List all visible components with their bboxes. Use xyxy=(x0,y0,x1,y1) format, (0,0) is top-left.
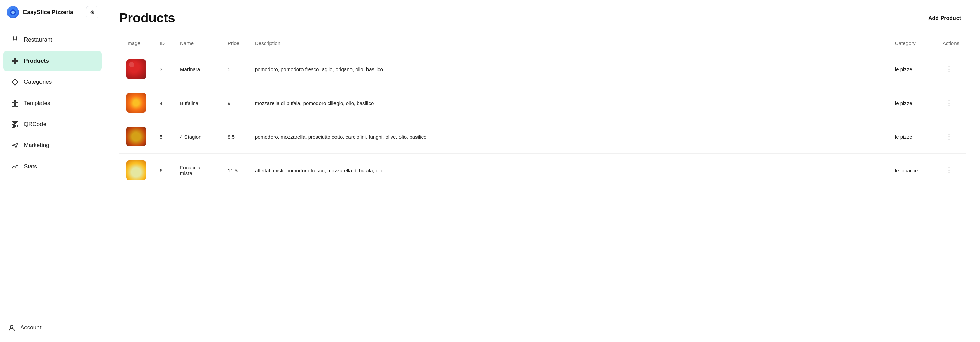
products-icon xyxy=(11,57,19,65)
sidebar-item-restaurant[interactable]: Restaurant xyxy=(3,30,102,50)
restaurant-icon xyxy=(11,36,19,44)
table-row: 3 Marinara 5 pomodoro, pomodoro fresco, … xyxy=(119,53,966,86)
sidebar-item-categories-label: Categories xyxy=(24,79,52,85)
svg-rect-12 xyxy=(12,102,14,106)
svg-rect-11 xyxy=(15,100,18,102)
svg-rect-9 xyxy=(15,58,18,61)
sidebar-item-marketing[interactable]: Marketing xyxy=(3,135,102,156)
qrcode-icon xyxy=(11,120,19,128)
sidebar-nav: Restaurant Products Categories xyxy=(0,25,105,313)
sidebar-item-categories[interactable]: Categories xyxy=(3,72,102,92)
product-image-cell xyxy=(119,53,153,86)
col-header-description: Description xyxy=(248,34,888,53)
product-category: le pizze xyxy=(888,120,936,153)
table-row: 4 Bufalina 9 mozzarella di bufala, pomod… xyxy=(119,86,966,120)
sidebar-item-account-label: Account xyxy=(21,324,41,331)
sun-icon: ☀ xyxy=(90,9,95,16)
product-image-cell xyxy=(119,120,153,153)
product-price: 9 xyxy=(221,86,248,120)
product-price: 8.5 xyxy=(221,120,248,153)
svg-rect-21 xyxy=(17,125,18,126)
product-image xyxy=(126,127,146,147)
brand: EasySlice Pizzeria xyxy=(7,6,73,18)
sidebar-item-account[interactable]: Account xyxy=(8,319,98,337)
sidebar-footer: Account xyxy=(0,313,105,342)
product-price: 11.5 xyxy=(221,153,248,187)
product-actions-button[interactable]: ⋮ xyxy=(943,63,956,75)
svg-rect-22 xyxy=(15,126,16,128)
product-actions-button[interactable]: ⋮ xyxy=(943,131,956,142)
product-id: 6 xyxy=(153,153,173,187)
col-header-actions: Actions xyxy=(936,34,966,53)
product-name: Marinara xyxy=(173,53,221,86)
sidebar-header: EasySlice Pizzeria ☀ xyxy=(0,0,105,25)
main-content: Products Add Product Image ID Name Price… xyxy=(105,0,980,342)
col-header-name: Name xyxy=(173,34,221,53)
sidebar: EasySlice Pizzeria ☀ Restaurant xyxy=(0,0,105,342)
product-description: pomodoro, mozzarella, prosciutto cotto, … xyxy=(248,120,888,153)
svg-point-2 xyxy=(11,11,14,14)
col-header-id: ID xyxy=(153,34,173,53)
marketing-icon xyxy=(11,141,19,150)
product-actions-cell: ⋮ xyxy=(936,120,966,153)
product-name: 4 Stagioni xyxy=(173,120,221,153)
sidebar-item-stats-label: Stats xyxy=(24,163,37,170)
product-name: Focaccia mista xyxy=(173,153,221,187)
product-category: le pizze xyxy=(888,86,936,120)
templates-icon xyxy=(11,99,19,107)
sidebar-item-products-label: Products xyxy=(24,58,49,64)
sidebar-item-products[interactable]: Products xyxy=(3,51,102,71)
account-icon xyxy=(8,324,16,332)
product-actions-cell: ⋮ xyxy=(936,86,966,120)
svg-rect-7 xyxy=(15,61,18,64)
svg-rect-19 xyxy=(13,125,14,127)
col-header-image: Image xyxy=(119,34,153,53)
sidebar-item-stats[interactable]: Stats xyxy=(3,157,102,177)
svg-rect-8 xyxy=(12,58,14,61)
svg-point-24 xyxy=(10,325,13,328)
table-row: 5 4 Stagioni 8.5 pomodoro, mozzarella, p… xyxy=(119,120,966,153)
page-header: Products Add Product xyxy=(119,11,966,26)
brand-avatar xyxy=(7,6,19,18)
theme-toggle-button[interactable]: ☀ xyxy=(86,6,98,18)
product-name: Bufalina xyxy=(173,86,221,120)
table-header: Image ID Name Price Description Category… xyxy=(119,34,966,53)
product-actions-button[interactable]: ⋮ xyxy=(943,165,956,176)
col-header-price: Price xyxy=(221,34,248,53)
product-description: pomodoro, pomodoro fresco, aglio, origan… xyxy=(248,53,888,86)
sidebar-item-marketing-label: Marketing xyxy=(24,142,49,149)
svg-rect-6 xyxy=(12,61,14,64)
product-image xyxy=(126,59,146,79)
product-image xyxy=(126,160,146,180)
svg-rect-10 xyxy=(12,100,14,102)
product-id: 3 xyxy=(153,53,173,86)
product-description: affettati misti, pomodoro fresco, mozzar… xyxy=(248,153,888,187)
sidebar-item-qrcode[interactable]: QRCode xyxy=(3,114,102,134)
product-image-cell xyxy=(119,153,153,187)
product-actions-cell: ⋮ xyxy=(936,53,966,86)
product-category: le focacce xyxy=(888,153,936,187)
page-title: Products xyxy=(119,11,175,26)
add-product-button[interactable]: Add Product xyxy=(923,13,966,24)
product-actions-button[interactable]: ⋮ xyxy=(943,97,956,109)
sidebar-item-qrcode-label: QRCode xyxy=(24,121,46,128)
svg-rect-17 xyxy=(16,122,18,123)
product-image xyxy=(126,93,146,113)
product-image-cell xyxy=(119,86,153,120)
products-table: Image ID Name Price Description Category… xyxy=(119,34,966,187)
table-row: 6 Focaccia mista 11.5 affettati misti, p… xyxy=(119,153,966,187)
sidebar-item-templates-label: Templates xyxy=(24,100,50,107)
product-description: mozzarella di bufala, pomodoro ciliegio,… xyxy=(248,86,888,120)
svg-rect-20 xyxy=(15,125,16,126)
sidebar-item-templates[interactable]: Templates xyxy=(3,93,102,113)
product-price: 5 xyxy=(221,53,248,86)
table-body: 3 Marinara 5 pomodoro, pomodoro fresco, … xyxy=(119,53,966,187)
product-id: 5 xyxy=(153,120,173,153)
svg-rect-15 xyxy=(13,122,14,123)
product-actions-cell: ⋮ xyxy=(936,153,966,187)
categories-icon xyxy=(11,78,19,86)
col-header-category: Category xyxy=(888,34,936,53)
stats-icon xyxy=(11,163,19,171)
svg-rect-23 xyxy=(17,126,18,128)
product-id: 4 xyxy=(153,86,173,120)
